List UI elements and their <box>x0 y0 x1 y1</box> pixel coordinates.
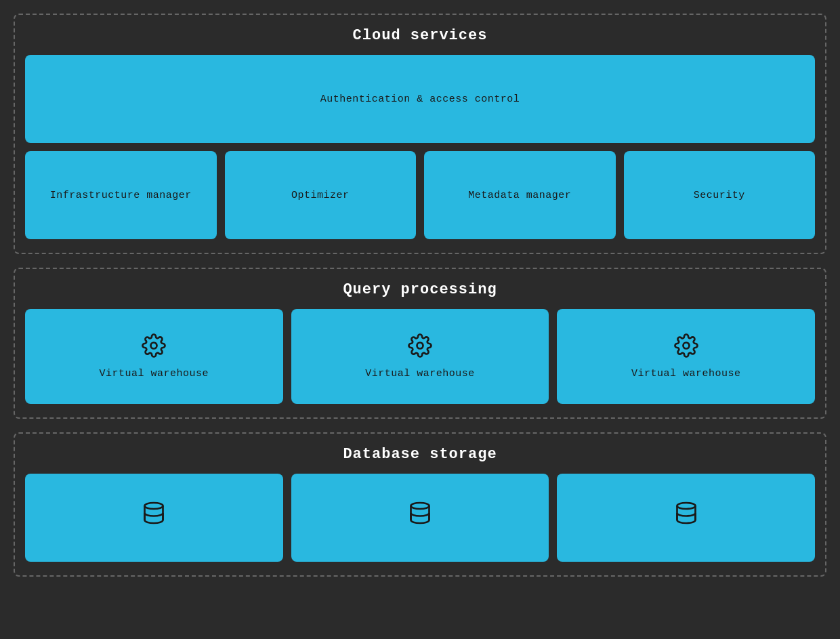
infrastructure-manager-card: Infrastructure manager <box>25 151 217 239</box>
query-processing-title: Query processing <box>25 276 815 309</box>
virtual-warehouse-card-2: Virtual warehouse <box>291 309 549 404</box>
virtual-warehouse-card-1: Virtual warehouse <box>25 309 283 404</box>
database-store-card-2 <box>291 474 549 562</box>
virtual-warehouse-label-1: Virtual warehouse <box>100 368 209 379</box>
cloud-services-title: Cloud services <box>25 22 815 55</box>
auth-access-label: Authentication & access control <box>320 94 520 105</box>
database-storage-title: Database storage <box>25 440 815 474</box>
svg-point-5 <box>677 503 695 509</box>
virtual-warehouse-label-3: Virtual warehouse <box>631 368 741 379</box>
svg-point-0 <box>151 343 157 349</box>
gear-icon-1 <box>142 333 166 361</box>
auth-access-card: Authentication & access control <box>25 55 815 143</box>
query-processing-section: Query processing Virtual warehouse Virtu… <box>14 268 826 419</box>
database-store-card-1 <box>25 474 283 562</box>
security-card: Security <box>624 151 816 239</box>
cloud-services-section: Cloud services Authentication & access c… <box>14 14 826 254</box>
database-icon-2 <box>408 501 432 529</box>
database-storage-section: Database storage <box>14 432 826 577</box>
database-icon-1 <box>142 501 166 529</box>
database-store-card-3 <box>557 474 815 562</box>
optimizer-card: Optimizer <box>225 151 417 239</box>
optimizer-label: Optimizer <box>291 190 350 201</box>
database-icon-3 <box>674 501 698 529</box>
cloud-services-inner: Authentication & access control Infrastr… <box>25 55 815 239</box>
metadata-manager-label: Metadata manager <box>468 190 571 201</box>
svg-point-1 <box>417 343 423 349</box>
gear-icon-3 <box>674 333 698 361</box>
metadata-manager-card: Metadata manager <box>424 151 616 239</box>
database-storage-row <box>25 474 815 562</box>
query-processing-row: Virtual warehouse Virtual warehouse Virt… <box>25 309 815 404</box>
svg-point-4 <box>411 503 429 509</box>
svg-point-2 <box>683 343 689 349</box>
infrastructure-manager-label: Infrastructure manager <box>50 190 192 201</box>
security-label: Security <box>694 190 745 201</box>
virtual-warehouse-card-3: Virtual warehouse <box>557 309 815 404</box>
gear-icon-2 <box>408 333 432 361</box>
virtual-warehouse-label-2: Virtual warehouse <box>365 368 475 379</box>
cloud-services-row: Infrastructure manager Optimizer Metadat… <box>25 151 815 239</box>
svg-point-3 <box>145 503 163 509</box>
